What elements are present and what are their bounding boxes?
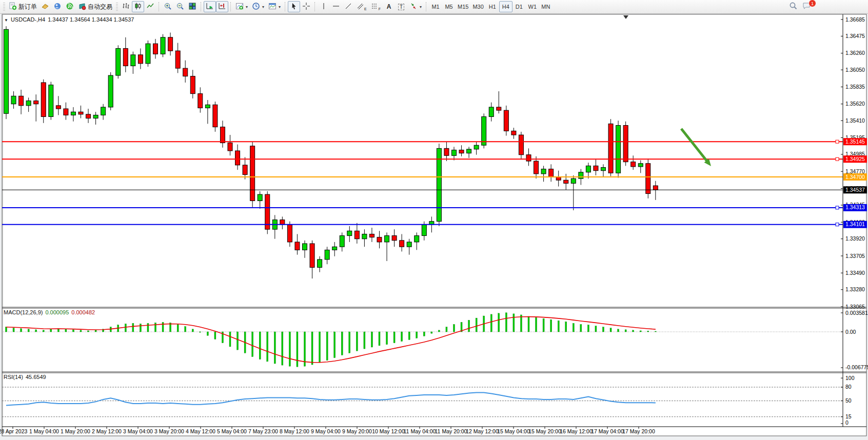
timeframe-m15[interactable]: M15 bbox=[456, 1, 470, 12]
candle-body-bear bbox=[497, 107, 501, 110]
fibonacci-button[interactable]: F bbox=[369, 1, 383, 12]
macd-histogram-bar bbox=[520, 315, 522, 332]
horizontal-line-button[interactable] bbox=[330, 1, 342, 12]
candle-body-bull bbox=[49, 85, 53, 117]
rsi-axis-label: 50 bbox=[845, 397, 852, 404]
zoom-out-button[interactable] bbox=[174, 1, 186, 12]
macd-axis-label: 0.00 bbox=[845, 329, 856, 335]
candle-body-bull bbox=[340, 236, 344, 247]
auto-scroll-button[interactable] bbox=[204, 1, 216, 12]
vertical-line-button[interactable] bbox=[318, 1, 330, 12]
zoom-out-icon bbox=[176, 2, 184, 12]
candle-body-bear bbox=[235, 151, 240, 165]
timeframe-m1[interactable]: M1 bbox=[429, 1, 442, 12]
candle-body-bull bbox=[422, 225, 426, 236]
chart-menu-dropdown-icon[interactable]: ▼ bbox=[4, 18, 8, 23]
candle-body-bull bbox=[474, 145, 479, 149]
price-tick-label: 1.35410 bbox=[845, 117, 865, 124]
macd-histogram-bar bbox=[490, 314, 492, 332]
toolbar-separator bbox=[201, 2, 202, 11]
timeframe-m30[interactable]: M30 bbox=[470, 1, 485, 12]
hline-handle[interactable] bbox=[836, 140, 839, 143]
timeframe-h4[interactable]: H4 bbox=[499, 1, 512, 12]
metaeditor-button[interactable] bbox=[39, 1, 51, 12]
templates-button[interactable]: ▾ bbox=[266, 1, 283, 12]
macd-histogram-bar bbox=[50, 329, 52, 332]
chevron-down-icon: ▾ bbox=[262, 5, 264, 9]
hline-handle[interactable] bbox=[836, 157, 839, 161]
tile-windows-button[interactable] bbox=[186, 1, 199, 12]
timeframe-d1[interactable]: D1 bbox=[512, 1, 526, 12]
candle-body-bear bbox=[220, 127, 225, 143]
candle-body-bear bbox=[213, 105, 218, 127]
bar-chart-button[interactable] bbox=[120, 1, 132, 12]
auto-trading-button[interactable]: 自动交易 bbox=[76, 1, 114, 12]
timeframe-w1[interactable]: W1 bbox=[526, 1, 539, 12]
time-axis-label: 11 May 04:00 bbox=[404, 428, 436, 434]
community-button[interactable] bbox=[51, 1, 64, 12]
notifications-button[interactable]: 1 bbox=[800, 1, 813, 12]
price-tick-label: 1.33280 bbox=[845, 286, 865, 292]
price-tag-resistance: 1.34925 bbox=[845, 156, 865, 162]
cursor-button[interactable] bbox=[288, 1, 300, 12]
template-icon bbox=[268, 2, 277, 12]
candle-body-bear bbox=[444, 148, 449, 155]
macd-histogram-bar bbox=[543, 318, 544, 332]
toolbar-separator bbox=[285, 2, 286, 11]
time-axis-label: 28 Apr 2023 bbox=[0, 428, 27, 434]
tile-windows-icon bbox=[188, 2, 196, 12]
time-axis-label: 8 May 12:00 bbox=[280, 428, 309, 434]
timeframe-h1[interactable]: H1 bbox=[486, 1, 499, 12]
rsi-axis-label: 15 bbox=[845, 413, 852, 419]
text-icon: A bbox=[387, 3, 391, 10]
candle-body-bear bbox=[646, 164, 650, 194]
macd-histogram-bar bbox=[229, 332, 231, 347]
macd-histogram-bar bbox=[655, 331, 656, 332]
chart-shift-button[interactable] bbox=[216, 1, 228, 12]
line-chart-icon bbox=[146, 2, 154, 12]
time-axis-label: 3 May 20:00 bbox=[154, 428, 184, 434]
hline-handle[interactable] bbox=[836, 223, 839, 226]
macd-histogram-bar bbox=[438, 330, 440, 332]
macd-histogram-bar bbox=[573, 323, 574, 332]
zoom-in-button[interactable] bbox=[162, 1, 174, 12]
new-order-icon bbox=[9, 2, 17, 12]
price-tick-label: 1.33065 bbox=[845, 304, 865, 310]
periods-button[interactable]: ▾ bbox=[250, 1, 266, 12]
candle-body-bull bbox=[101, 107, 106, 115]
arrows-button[interactable]: ▾ bbox=[407, 1, 424, 12]
new-order-button[interactable]: 新订单 bbox=[7, 1, 39, 12]
auto-trading-icon bbox=[78, 2, 86, 12]
signals-button[interactable] bbox=[64, 1, 76, 12]
candle-body-bear bbox=[534, 161, 539, 174]
toolbar-grip[interactable] bbox=[116, 3, 118, 11]
horizontal-line-icon bbox=[332, 2, 340, 12]
indicators-button[interactable]: ▾ bbox=[233, 1, 250, 12]
search-button[interactable] bbox=[787, 1, 800, 12]
candlestick-button[interactable] bbox=[132, 1, 144, 12]
trendline-icon bbox=[344, 2, 352, 12]
chart-canvas[interactable]: 1.366851.364751.362601.360501.358351.356… bbox=[0, 0, 868, 440]
candle-body-bull bbox=[362, 234, 367, 238]
macd-histogram-bar bbox=[408, 332, 410, 339]
macd-histogram-bar bbox=[401, 332, 403, 342]
crosshair-button[interactable] bbox=[300, 1, 312, 12]
macd-histogram-bar bbox=[207, 332, 208, 335]
time-axis-label: 5 May 04:00 bbox=[217, 428, 247, 434]
timeframe-mn[interactable]: MN bbox=[539, 1, 553, 12]
clock-icon bbox=[252, 2, 260, 12]
text-button[interactable]: A bbox=[383, 1, 395, 12]
macd-histogram-bar bbox=[214, 332, 216, 339]
toolbar-grip[interactable] bbox=[3, 3, 5, 11]
equidistant-channel-button[interactable]: E bbox=[354, 1, 369, 12]
macd-histogram-bar bbox=[528, 316, 529, 332]
hline-handle[interactable] bbox=[836, 206, 839, 209]
line-chart-button[interactable] bbox=[144, 1, 156, 12]
timeframe-m5[interactable]: M5 bbox=[442, 1, 456, 12]
candle-body-bear bbox=[594, 166, 598, 170]
time-axis-label: 3 May 04:00 bbox=[123, 428, 153, 434]
macd-histogram-bar bbox=[505, 313, 507, 332]
text-label-button[interactable]: T bbox=[395, 1, 407, 12]
time-axis-label: 4 May 12:00 bbox=[186, 428, 215, 434]
trendline-button[interactable] bbox=[342, 1, 354, 12]
